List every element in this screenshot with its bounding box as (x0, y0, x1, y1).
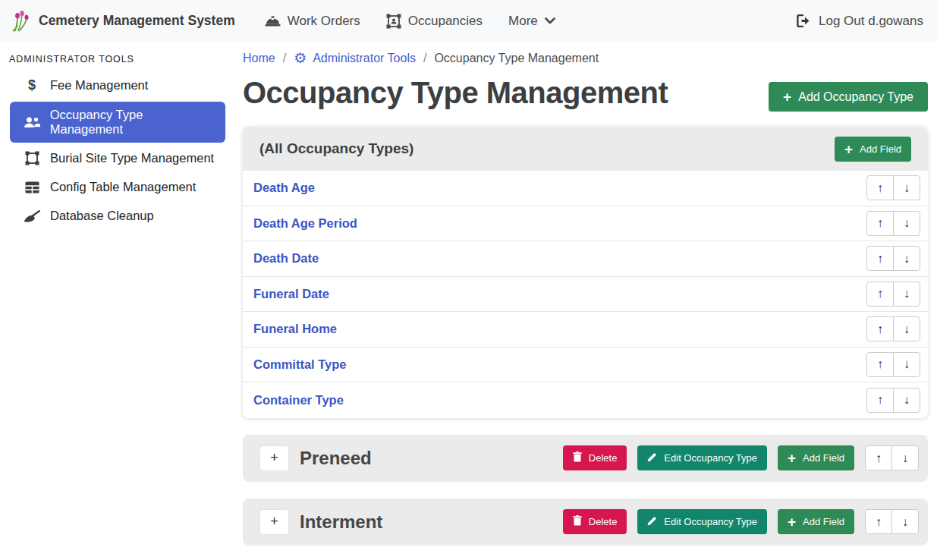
sidebar-item-label: Config Table Management (50, 180, 196, 194)
app-brand[interactable]: Cemetery Management System (11, 8, 235, 35)
edit-occupancy-type-label: Edit Occupancy Type (664, 452, 757, 464)
sidebar-heading: ADMINISTRATOR TOOLS (0, 46, 235, 69)
field-link-committal-type[interactable]: Committal Type (253, 357, 347, 372)
add-field-button[interactable]: + Add Field (835, 137, 911, 162)
nav-work-orders[interactable]: Work Orders (252, 8, 373, 35)
move-down-button[interactable]: ↓ (893, 316, 920, 341)
nav-more[interactable]: More (495, 8, 568, 35)
reorder-buttons: ↑ ↓ (866, 246, 920, 271)
breadcrumb-admin-tools-label: Administrator Tools (313, 52, 416, 65)
sidebar-item-occupancy-type-management[interactable]: Occupancy Type Management (10, 102, 225, 143)
reorder-buttons: ↑ ↓ (866, 211, 920, 236)
move-down-button[interactable]: ↓ (893, 388, 920, 413)
main-content: Home / ⚙ Administrator Tools / Occupancy… (235, 42, 937, 560)
table-icon (23, 181, 41, 193)
breadcrumb-admin-tools-link[interactable]: ⚙ Administrator Tools (294, 51, 416, 65)
field-link-funeral-date[interactable]: Funeral Date (253, 287, 329, 301)
nav-occupancies[interactable]: Occupancies (373, 8, 495, 35)
add-field-button[interactable]: + Add Field (778, 509, 854, 534)
delete-label: Delete (589, 452, 618, 464)
delete-button[interactable]: Delete (563, 445, 627, 470)
chevron-down-icon (545, 17, 555, 24)
breadcrumb-separator: / (423, 52, 426, 65)
move-up-button[interactable]: ↑ (866, 282, 894, 307)
pencil-icon (647, 452, 657, 464)
nav-more-label: More (508, 14, 538, 29)
top-navbar: Cemetery Management System Work Orders (0, 0, 937, 42)
move-up-button[interactable]: ↑ (866, 211, 894, 236)
sidebar-item-label: Database Cleanup (50, 209, 154, 223)
field-link-death-age-period[interactable]: Death Age Period (253, 216, 357, 231)
move-up-button[interactable]: ↑ (866, 388, 894, 413)
dollar-icon: $ (23, 77, 41, 93)
edit-occupancy-type-label: Edit Occupancy Type (664, 516, 757, 527)
logout-icon (797, 14, 811, 27)
field-link-death-date[interactable]: Death Date (253, 251, 319, 266)
field-link-funeral-home[interactable]: Funeral Home (253, 322, 337, 336)
move-up-button[interactable]: ↑ (866, 316, 894, 341)
section-actions: Delete Edit Occupancy Type + Add Field ↑ (563, 445, 919, 470)
sidebar-item-fee-management[interactable]: $ Fee Management (10, 71, 225, 99)
field-row: Death Date ↑ ↓ (243, 241, 928, 277)
add-field-label: Add Field (803, 452, 844, 464)
move-down-button[interactable]: ↓ (893, 282, 920, 307)
page-header: Occupancy Type Management + Add Occupanc… (243, 76, 928, 112)
tulips-logo-icon (11, 8, 30, 35)
nav-occupancies-label: Occupancies (408, 14, 483, 29)
move-down-button[interactable]: ↓ (891, 445, 919, 470)
sidebar-item-label: Fee Management (50, 78, 148, 93)
expand-toggle-button[interactable]: + (259, 509, 289, 535)
add-field-label: Add Field (860, 143, 901, 155)
field-link-container-type[interactable]: Container Type (253, 393, 344, 407)
plus-icon: + (788, 451, 796, 465)
field-row: Funeral Home ↑ ↓ (243, 312, 928, 348)
move-up-button[interactable]: ↑ (866, 175, 894, 200)
breadcrumb: Home / ⚙ Administrator Tools / Occupancy… (243, 48, 928, 65)
delete-button[interactable]: Delete (563, 509, 627, 534)
logout-label: Log Out d.gowans (819, 14, 923, 29)
section-bar-preneed: + Preneed Delete (243, 435, 928, 482)
users-icon (23, 117, 41, 128)
move-down-button[interactable]: ↓ (893, 352, 920, 377)
section-bar-interment: + Interment Delete (243, 499, 928, 546)
reorder-buttons: ↑ ↓ (866, 282, 920, 307)
trash-icon (573, 451, 582, 464)
sidebar-item-label: Occupancy Type Management (50, 108, 218, 137)
field-row: Container Type ↑ ↓ (243, 382, 928, 418)
plus-icon: + (844, 142, 853, 156)
move-up-button[interactable]: ↑ (866, 352, 894, 377)
move-down-button[interactable]: ↓ (893, 211, 920, 236)
move-down-button[interactable]: ↓ (891, 509, 919, 534)
nav-work-orders-label: Work Orders (288, 14, 360, 29)
move-up-button[interactable]: ↑ (866, 246, 894, 271)
expand-toggle-button[interactable]: + (259, 445, 289, 471)
add-field-label: Add Field (803, 516, 844, 527)
add-field-button[interactable]: + Add Field (778, 445, 854, 470)
logout-button[interactable]: Log Out d.gowans (797, 14, 923, 29)
reorder-buttons: ↑ ↓ (866, 388, 920, 413)
plus-icon: + (788, 514, 796, 529)
field-link-death-age[interactable]: Death Age (253, 181, 315, 195)
edit-occupancy-type-button[interactable]: Edit Occupancy Type (637, 509, 767, 534)
move-up-button[interactable]: ↑ (865, 445, 892, 470)
edit-occupancy-type-button[interactable]: Edit Occupancy Type (637, 445, 767, 470)
sidebar-item-config-table-management[interactable]: Config Table Management (10, 174, 225, 200)
person-frame-icon (386, 14, 401, 29)
breadcrumb-separator: / (283, 52, 286, 65)
section-title: Interment (300, 511, 382, 533)
breadcrumb-home-link[interactable]: Home (243, 52, 275, 65)
move-down-button[interactable]: ↓ (893, 246, 920, 271)
move-down-button[interactable]: ↓ (893, 175, 920, 200)
add-occupancy-type-button[interactable]: + Add Occupancy Type (769, 82, 928, 112)
sidebar-item-database-cleanup[interactable]: Database Cleanup (10, 203, 225, 229)
page-title: Occupancy Type Management (243, 76, 668, 110)
delete-label: Delete (589, 516, 618, 527)
reorder-buttons: ↑ ↓ (865, 509, 919, 534)
all-occupancy-types-card: (All Occupancy Types) + Add Field Death … (243, 127, 928, 418)
add-occupancy-type-label: Add Occupancy Type (798, 90, 913, 104)
move-up-button[interactable]: ↑ (865, 509, 892, 534)
section-actions: Delete Edit Occupancy Type + Add Field ↑ (563, 509, 919, 534)
sidebar-item-burial-site-type-management[interactable]: Burial Site Type Management (10, 145, 225, 171)
broom-icon (23, 210, 41, 222)
field-row: Death Age Period ↑ ↓ (243, 206, 928, 242)
